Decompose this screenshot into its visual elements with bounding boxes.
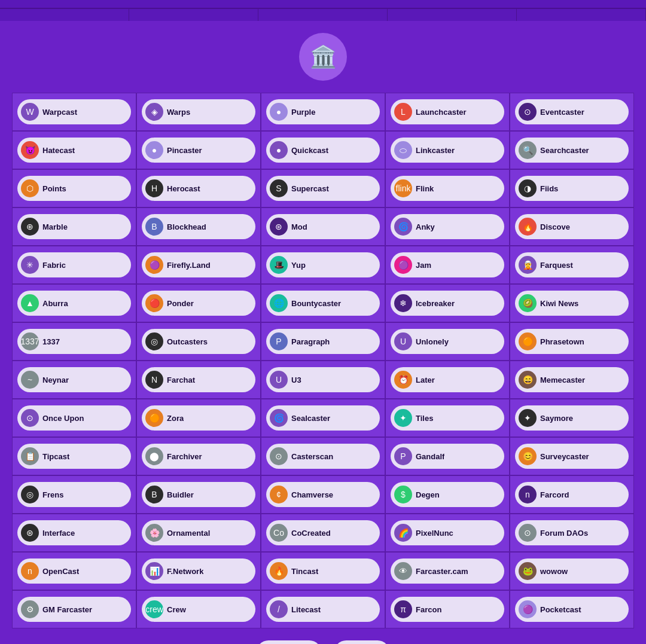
app-pill[interactable]: ⬡Points — [17, 176, 131, 201]
app-pill[interactable]: 🧝Farquest — [515, 252, 629, 277]
app-pill[interactable]: ▲Aburra — [17, 291, 131, 316]
app-pill[interactable]: 🟣Jam — [391, 252, 504, 277]
app-pill[interactable]: ●Pincaster — [142, 138, 255, 163]
grid-cell: πFarcon — [385, 590, 510, 628]
app-icon: 🌐 — [270, 294, 288, 312]
app-pill[interactable]: BBlockhead — [142, 214, 255, 239]
app-pill[interactable]: ¢Chamverse — [266, 482, 380, 507]
app-name: Farcaster.cam — [416, 567, 468, 576]
app-name: Outcasters — [167, 337, 208, 346]
app-name: Farquest — [540, 261, 573, 270]
app-pill[interactable]: 🟣Pocketcast — [515, 597, 629, 622]
app-pill[interactable]: NFarchat — [142, 367, 255, 392]
app-pill[interactable]: 🌐Bountycaster — [266, 291, 380, 316]
app-pill[interactable]: ⊙Once Upon — [17, 405, 131, 431]
bottom-app-pill[interactable]: 🐱Farcats — [256, 640, 322, 644]
app-pill[interactable]: /Litecast — [266, 597, 380, 622]
app-pill[interactable]: SSupercast — [266, 176, 380, 201]
app-pill[interactable]: BBuidler — [142, 482, 255, 507]
app-pill[interactable]: 👁Farcaster.cam — [391, 558, 504, 584]
app-pill[interactable]: πFarcon — [391, 597, 504, 622]
app-pill[interactable]: ❄Icebreaker — [391, 291, 504, 316]
app-pill[interactable]: ✳Fabric — [17, 252, 131, 277]
app-pill[interactable]: 🥝Kiwi News — [515, 291, 629, 316]
app-pill[interactable]: PGandalf — [391, 444, 504, 469]
app-pill[interactable]: 🔴Ponder — [142, 291, 255, 316]
grid-cell: ⚙GM Farcaster — [12, 590, 136, 628]
app-pill[interactable]: 🟠Phrasetown — [515, 329, 629, 354]
app-pill[interactable]: ●Quickcast — [266, 138, 380, 163]
app-pill[interactable]: 📊F.Network — [142, 558, 255, 584]
app-pill[interactable]: ⚙GM Farcaster — [17, 597, 131, 622]
app-pill[interactable]: WWarpcast — [17, 99, 131, 124]
app-pill[interactable]: ⬭Linkcaster — [391, 138, 504, 163]
app-pill[interactable]: ⊕Marble — [17, 214, 131, 239]
app-pill[interactable]: 🟠Zora — [142, 405, 255, 431]
app-pill[interactable]: LLaunchcaster — [391, 99, 504, 124]
app-pill[interactable]: ●Purple — [266, 99, 380, 124]
app-pill[interactable]: 🎩Yup — [266, 252, 380, 277]
app-icon: 🥝 — [519, 294, 537, 312]
app-name: Warps — [167, 108, 190, 117]
app-icon: ◎ — [145, 332, 163, 350]
app-pill[interactable]: UU3 — [266, 367, 380, 392]
app-name: U3 — [291, 376, 301, 384]
grid-cell: HHerocast — [136, 169, 261, 207]
app-pill[interactable]: 🔥Tincast — [266, 558, 380, 584]
app-pill[interactable]: $Degen — [391, 482, 504, 507]
app-icon: 🐸 — [519, 562, 537, 580]
app-pill[interactable]: ⊙Casterscan — [266, 444, 380, 469]
app-name: Farchat — [167, 376, 195, 384]
app-pill[interactable]: PParagraph — [266, 329, 380, 354]
app-pill[interactable]: 🐸wowow — [515, 558, 629, 584]
app-pill[interactable]: flinkFlink — [391, 176, 504, 201]
app-pill[interactable]: ⊙Forum DAOs — [515, 520, 629, 545]
app-pill[interactable]: ⬤Farchiver — [142, 444, 255, 469]
app-pill[interactable]: 13371337 — [17, 329, 131, 354]
app-pill[interactable]: HHerocast — [142, 176, 255, 201]
app-pill[interactable]: 🌸Ornamental — [142, 520, 255, 545]
app-pill[interactable]: 📋Tipcast — [17, 444, 131, 469]
bottom-app-pill[interactable]: ●Purp — [334, 640, 390, 644]
app-pill[interactable]: 😊Surveycaster — [515, 444, 629, 469]
logo-circle: 🏛️ — [299, 33, 347, 81]
app-pill[interactable]: crewCrew — [142, 597, 255, 622]
app-icon: 👁 — [394, 562, 412, 580]
app-pill[interactable]: 😄Memecaster — [515, 367, 629, 392]
app-pill[interactable]: 🌀Anky — [391, 214, 504, 239]
app-pill[interactable]: 🌀Sealcaster — [266, 405, 380, 431]
grid-cell: ⊙Forum DAOs — [510, 514, 634, 552]
grid-cell: 🟠Phrasetown — [510, 322, 634, 361]
app-pill[interactable]: ✦Saymore — [515, 405, 629, 431]
app-pill[interactable]: 🟣Firefly.Land — [142, 252, 255, 277]
app-pill[interactable]: 🌈PixelNunc — [391, 520, 504, 545]
app-pill[interactable]: CoCoCreated — [266, 520, 380, 545]
app-pill[interactable]: 🔍Searchcaster — [515, 138, 629, 163]
app-pill[interactable]: ⊛Interface — [17, 520, 131, 545]
app-icon: 🌀 — [394, 218, 412, 236]
app-pill[interactable]: nOpenCast — [17, 558, 131, 584]
app-pill[interactable]: 😈Hatecast — [17, 138, 131, 163]
app-pill[interactable]: ◑Fiids — [515, 176, 629, 201]
app-pill[interactable]: ⊛Mod — [266, 214, 380, 239]
app-pill[interactable]: ⏰Later — [391, 367, 504, 392]
grid-cell: ⏰Later — [385, 361, 510, 399]
app-icon: 🟠 — [519, 332, 537, 350]
app-pill[interactable]: ◎Frens — [17, 482, 131, 507]
app-name: Farcon — [416, 605, 441, 614]
app-pill[interactable]: nFarcord — [515, 482, 629, 507]
app-pill[interactable]: ◈Warps — [142, 99, 255, 124]
app-name: 1337 — [42, 337, 60, 346]
app-pill[interactable]: ~Neynar — [17, 367, 131, 392]
app-pill[interactable]: UUnlonely — [391, 329, 504, 354]
grid-cell: 🧝Farquest — [510, 246, 634, 284]
app-name: Paragraph — [291, 337, 330, 346]
app-pill[interactable]: ⊙Eventcaster — [515, 99, 629, 124]
grid-cell: NFarchat — [136, 361, 261, 399]
app-pill[interactable]: ✦Tiles — [391, 405, 504, 431]
app-pill[interactable]: 🔥Discove — [515, 214, 629, 239]
app-pill[interactable]: ◎Outcasters — [142, 329, 255, 354]
grid-cell: 🌈PixelNunc — [385, 514, 510, 552]
grid-cell: 🟣Jam — [385, 246, 510, 284]
grid-cell: nFarcord — [510, 475, 634, 514]
